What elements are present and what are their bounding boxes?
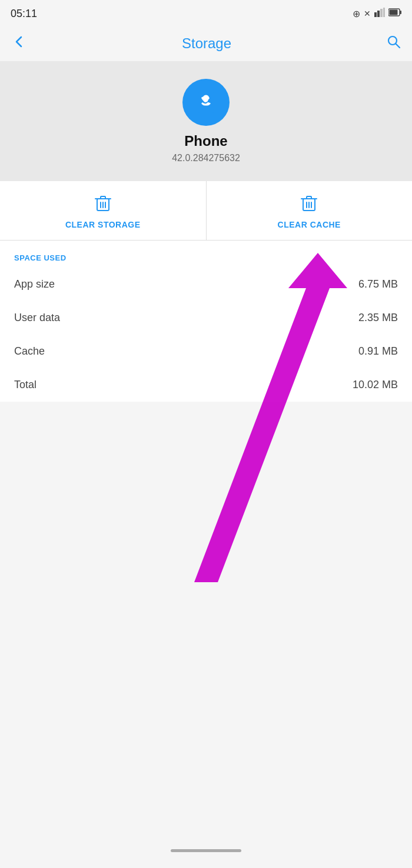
clear-cache-label: CLEAR CACHE	[278, 220, 341, 229]
add-circle-icon: ⊕	[353, 8, 360, 19]
section-header: SPACE USED	[0, 241, 412, 268]
storage-section: SPACE USED App size 6.75 MB User data 2.…	[0, 241, 412, 402]
storage-row-label: App size	[14, 278, 55, 291]
status-bar: 05:11 ⊕ ✕	[0, 0, 412, 26]
clear-storage-label: CLEAR STORAGE	[65, 220, 141, 229]
clear-storage-icon	[94, 194, 112, 215]
svg-marker-2	[380, 9, 383, 17]
storage-row: App size 6.75 MB	[0, 268, 412, 301]
svg-rect-11	[101, 196, 105, 199]
storage-row-label: Total	[14, 379, 36, 391]
storage-row-label: User data	[14, 312, 60, 324]
app-icon	[182, 79, 230, 126]
svg-marker-0	[374, 12, 377, 17]
clear-cache-button[interactable]: CLEAR CACHE	[207, 181, 413, 240]
storage-row: User data 2.35 MB	[0, 301, 412, 335]
svg-rect-6	[390, 10, 398, 15]
section-header-text: SPACE USED	[14, 253, 67, 262]
storage-rows: App size 6.75 MB User data 2.35 MB Cache…	[0, 268, 412, 402]
search-button[interactable]	[386, 34, 401, 53]
storage-row-label: Cache	[14, 345, 45, 358]
no-signal-icon: ✕	[364, 9, 371, 18]
svg-rect-5	[400, 11, 402, 14]
storage-row-value: 10.02 MB	[353, 379, 398, 391]
signal-icon	[374, 8, 385, 19]
svg-line-8	[396, 44, 400, 48]
toolbar: Storage	[0, 26, 412, 61]
storage-row-value: 6.75 MB	[358, 278, 398, 291]
svg-marker-1	[377, 11, 380, 17]
storage-row-value: 2.35 MB	[358, 312, 398, 324]
battery-icon	[388, 8, 401, 19]
app-version: 42.0.284275632	[172, 153, 240, 163]
storage-row: Total 10.02 MB	[0, 368, 412, 402]
back-button[interactable]	[11, 34, 27, 54]
status-time: 05:11	[11, 8, 37, 20]
app-name: Phone	[184, 133, 227, 149]
storage-row: Cache 0.91 MB	[0, 335, 412, 368]
app-header: Phone 42.0.284275632	[0, 61, 412, 181]
storage-row-value: 0.91 MB	[358, 345, 398, 358]
clear-storage-button[interactable]: CLEAR STORAGE	[0, 181, 207, 240]
svg-marker-3	[383, 8, 385, 17]
clear-cache-icon	[300, 194, 318, 215]
svg-rect-17	[307, 196, 311, 199]
nav-bar	[0, 833, 412, 868]
page-title: Storage	[182, 35, 231, 52]
nav-handle	[171, 849, 241, 852]
status-icons: ⊕ ✕	[353, 8, 401, 19]
action-row: CLEAR STORAGE CLEAR CACHE	[0, 181, 412, 241]
